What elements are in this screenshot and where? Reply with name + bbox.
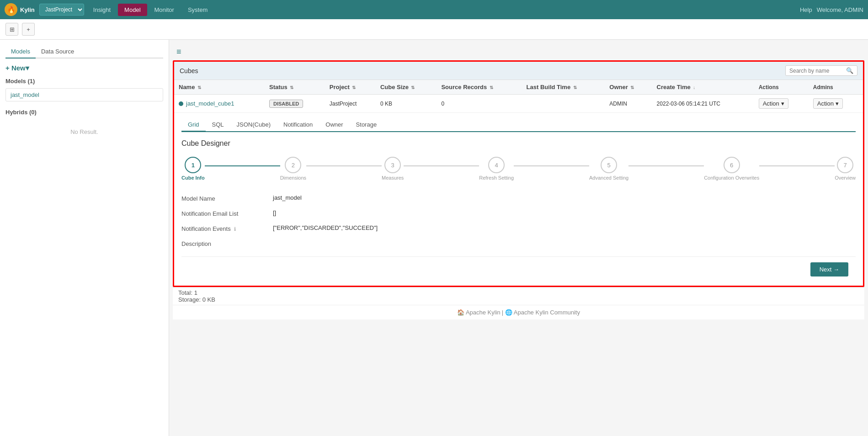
tab-grid[interactable]: Grid	[181, 118, 206, 132]
table-row: jast_model_cube1 DISABLED JastProject 0 …	[174, 95, 863, 113]
project-selector[interactable]: JastProject	[39, 4, 84, 16]
sort-icon-size[interactable]: ⇅	[411, 85, 415, 90]
form-row-notification-events: Notification Events ℹ ["ERROR","DISCARDE…	[181, 224, 856, 232]
tab-owner[interactable]: Owner	[319, 118, 349, 132]
tab-storage[interactable]: Storage	[350, 118, 383, 132]
cube-status-dot	[179, 101, 183, 106]
field-label-description: Description	[181, 239, 273, 247]
step-3: 3 Measures	[382, 157, 404, 181]
field-label-email-list: Notification Email List	[181, 209, 273, 217]
search-box: 🔍	[785, 65, 857, 76]
tab-data-source[interactable]: Data Source	[36, 45, 80, 58]
sort-icon-name[interactable]: ⇅	[197, 85, 201, 90]
cube-name-cell: jast_model_cube1	[174, 95, 265, 113]
field-value-notification-events: ["ERROR","DISCARDED","SUCCEED"]	[273, 224, 378, 231]
cube-designer-title: Cube Designer	[181, 139, 856, 148]
footer: 🏠 Apache Kylin | 🌐 Apache Kylin Communit…	[173, 305, 864, 319]
nav-insight[interactable]: Insight	[87, 4, 117, 16]
form-row-model-name: Model Name jast_model	[181, 194, 856, 202]
detail-tabs: Grid SQL JSON(Cube) Notification Owner S…	[181, 118, 856, 132]
hybrids-section-title: Hybrids (0)	[5, 109, 163, 116]
app-logo: 🔥 Kylin	[5, 3, 35, 16]
admins-chevron-icon: ▾	[836, 100, 839, 107]
tab-models[interactable]: Models	[5, 45, 36, 58]
status-badge: DISABLED	[269, 100, 303, 108]
sort-icon-records[interactable]: ⇅	[490, 85, 493, 90]
admins-dropdown[interactable]: Action ▾	[813, 98, 843, 109]
field-label-model-name: Model Name	[181, 194, 273, 202]
step-line-1-2	[205, 165, 280, 166]
hybrids-section: Hybrids (0) No Result.	[5, 109, 163, 144]
cube-name[interactable]: jast_model_cube1	[186, 100, 234, 107]
step-circle-7: 7	[837, 157, 853, 173]
step-6: 6 Configuration Overwrites	[704, 157, 759, 181]
main-content: ≡ Cubes 🔍 Name ⇅ Status ⇅ Project ⇅	[169, 40, 868, 436]
cube-actions-cell: Action ▾	[754, 95, 809, 113]
col-last-build: Last Build Time ⇅	[522, 80, 605, 95]
next-button[interactable]: Next →	[810, 262, 848, 276]
step-7: 7 Overview	[835, 157, 856, 181]
field-value-model-name: jast_model	[273, 194, 302, 201]
sort-icon-build[interactable]: ⇅	[573, 85, 577, 90]
footer-text2: 🌐 Apache Kylin Community	[505, 309, 580, 316]
detail-section: Grid SQL JSON(Cube) Notification Owner S…	[174, 113, 863, 286]
info-icon-notification[interactable]: ℹ	[234, 226, 236, 232]
cubes-title: Cubes	[180, 67, 198, 74]
nav-model[interactable]: Model	[118, 4, 147, 16]
top-navigation: 🔥 Kylin JastProject Insight Model Monito…	[0, 0, 868, 19]
step-line-5-6	[628, 165, 704, 166]
step-circle-5: 5	[601, 157, 617, 173]
field-label-notification-events: Notification Events ℹ	[181, 224, 273, 232]
sort-icon-status[interactable]: ⇅	[290, 85, 293, 90]
col-name: Name ⇅	[174, 80, 265, 95]
step-label-4: Refresh Setting	[479, 175, 514, 181]
cube-project-cell: JastProject	[325, 95, 376, 113]
next-btn-row: Next →	[181, 256, 856, 280]
footer-text1: 🏠 Apache Kylin	[457, 309, 501, 316]
step-circle-6: 6	[724, 157, 740, 173]
cube-admins-cell: Action ▾	[809, 95, 863, 113]
step-label-1: Cube Info	[181, 175, 205, 181]
sort-icon-owner[interactable]: ⇅	[630, 85, 634, 90]
nav-monitor[interactable]: Monitor	[148, 4, 181, 16]
nav-system[interactable]: System	[181, 4, 214, 16]
tab-sql[interactable]: SQL	[206, 118, 230, 132]
nav-menu: Insight Model Monitor System	[87, 4, 214, 16]
col-status: Status ⇅	[265, 80, 325, 95]
search-input[interactable]	[789, 68, 844, 74]
step-circle-4: 4	[488, 157, 505, 173]
step-circle-2: 2	[285, 157, 301, 173]
search-icon: 🔍	[846, 67, 853, 74]
storage-label: Storage: 0 KB	[178, 296, 859, 303]
help-button[interactable]: Help	[800, 6, 812, 13]
step-label-6: Configuration Overwrites	[704, 175, 759, 181]
sort-icon-project[interactable]: ⇅	[352, 85, 356, 90]
add-button[interactable]: +	[22, 23, 35, 36]
col-project: Project ⇅	[325, 80, 376, 95]
col-admins: Admins	[809, 80, 863, 95]
tab-json-cube[interactable]: JSON(Cube)	[230, 118, 277, 132]
footer-separator: |	[502, 309, 505, 316]
cube-owner-cell: ADMIN	[605, 95, 652, 113]
cube-records-cell: 0	[437, 95, 522, 113]
welcome-label: Welcome, ADMIN	[817, 6, 863, 13]
sort-icon-create[interactable]: ↓	[693, 85, 695, 90]
form-row-email-list: Notification Email List []	[181, 209, 856, 217]
step-2: 2 Dimensions	[280, 157, 306, 181]
actions-chevron-icon: ▾	[781, 100, 784, 107]
grid-view-button[interactable]: ⊞	[5, 23, 18, 36]
col-source-records: Source Records ⇅	[437, 80, 522, 95]
actions-dropdown[interactable]: Action ▾	[759, 98, 788, 109]
tab-notification[interactable]: Notification	[277, 118, 319, 132]
step-line-6-7	[759, 165, 835, 166]
cube-status-cell: DISABLED	[265, 95, 325, 113]
form-row-description: Description	[181, 239, 856, 247]
step-circle-3: 3	[384, 157, 401, 173]
cubes-header: Cubes 🔍	[174, 62, 863, 80]
cube-build-time-cell	[522, 95, 605, 113]
model-item-jast[interactable]: jast_model	[5, 88, 163, 101]
step-line-3-4	[404, 165, 479, 166]
toolbar: ⊞ +	[0, 19, 868, 40]
hamburger-icon[interactable]: ≡	[173, 43, 864, 60]
new-button[interactable]: + New▾	[5, 64, 163, 72]
